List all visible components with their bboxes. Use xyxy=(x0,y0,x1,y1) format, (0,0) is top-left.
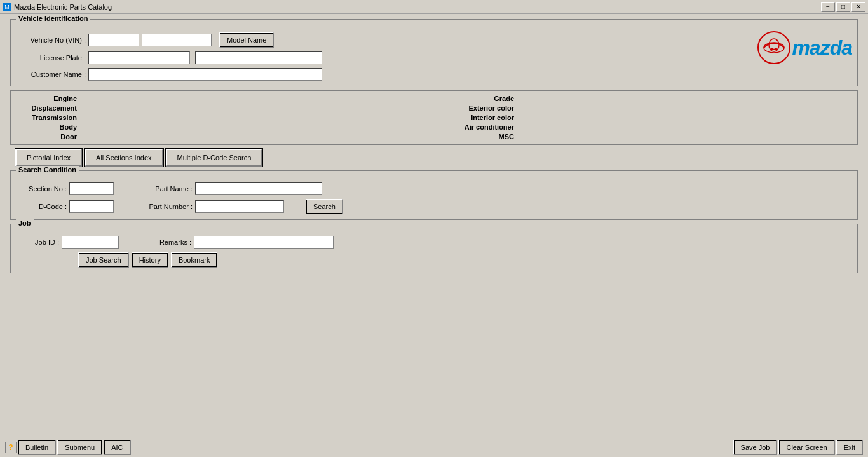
search-row-2: D-Code : Part Number : Search xyxy=(16,199,852,214)
customer-name-input[interactable] xyxy=(88,68,322,81)
bottom-bar: ? Bulletin Submenu AIC Save Job Clear Sc… xyxy=(0,437,868,457)
spec-interior-color: Interior color xyxy=(453,114,852,121)
index-buttons-row: Pictorial Index All Sections Index Multi… xyxy=(10,149,858,167)
clear-screen-button[interactable]: Clear Screen xyxy=(778,440,834,455)
vin-input-1[interactable] xyxy=(88,34,139,46)
spec-air-conditioner: Air conditioner xyxy=(453,123,852,131)
search-condition-group: Search Condition Section No : Part Name … xyxy=(10,170,858,220)
job-id-label: Job ID : xyxy=(16,238,59,246)
job-row-1: Job ID : Remarks : xyxy=(16,236,852,249)
job-group-title: Job xyxy=(16,219,34,227)
window-controls: − □ ✕ xyxy=(821,2,865,12)
job-group: Job Job ID : Remarks : Job Search Histor… xyxy=(10,224,858,273)
spec-grade-value xyxy=(517,95,852,102)
specs-section: Engine Displacement Transmission Body Do… xyxy=(10,90,858,145)
aic-button[interactable]: AIC xyxy=(104,440,130,455)
spec-body-label: Body xyxy=(16,123,79,131)
spec-door-value xyxy=(79,133,415,140)
spec-engine-value xyxy=(79,95,415,102)
spec-exterior-color-value xyxy=(517,104,852,112)
vin-label: Vehicle No (VIN) : xyxy=(16,36,86,44)
spec-engine-label: Engine xyxy=(16,95,79,102)
dcode-input[interactable] xyxy=(69,200,114,213)
spec-displacement: Displacement xyxy=(16,104,415,112)
part-number-input[interactable] xyxy=(195,200,284,213)
spec-displacement-value xyxy=(79,104,415,112)
specs-inner: Engine Displacement Transmission Body Do… xyxy=(16,95,852,140)
vin-row: Vehicle No (VIN) : Model Name xyxy=(16,32,751,48)
mazda-text: mazda xyxy=(792,36,852,60)
vin-inputs xyxy=(88,34,212,46)
section-no-label: Section No : xyxy=(16,185,67,193)
minimize-button[interactable]: − xyxy=(821,2,835,12)
spec-transmission-label: Transmission xyxy=(16,114,79,121)
specs-right: Grade Exterior color Interior color Air … xyxy=(415,95,852,140)
job-search-button[interactable]: Job Search xyxy=(78,252,129,268)
part-number-label: Part Number : xyxy=(135,203,193,210)
spec-engine: Engine xyxy=(16,95,415,102)
remarks-label: Remarks : xyxy=(140,238,191,246)
customer-name-row: Customer Name : xyxy=(16,68,751,81)
spec-door: Door xyxy=(16,133,415,140)
license-plate-input-2[interactable] xyxy=(195,51,322,64)
part-name-label: Part Name : xyxy=(135,185,193,193)
vin-input-2[interactable] xyxy=(142,34,212,46)
spec-exterior-color: Exterior color xyxy=(453,104,852,112)
app-icon: M xyxy=(3,3,11,11)
remarks-input[interactable] xyxy=(194,236,334,249)
spec-interior-color-value xyxy=(517,114,852,121)
job-id-input[interactable] xyxy=(62,236,119,249)
license-plate-input-1[interactable] xyxy=(88,51,190,64)
help-icon[interactable]: ? xyxy=(5,442,17,453)
spec-msc-value xyxy=(517,133,852,140)
spec-exterior-color-label: Exterior color xyxy=(453,104,517,112)
bookmark-button[interactable]: Bookmark xyxy=(171,252,218,268)
specs-left: Engine Displacement Transmission Body Do… xyxy=(16,95,415,140)
job-buttons-row: Job Search History Bookmark xyxy=(16,252,852,268)
spec-interior-color-label: Interior color xyxy=(453,114,517,121)
all-sections-index-button[interactable]: All Sections Index xyxy=(85,149,163,167)
spec-grade-label: Grade xyxy=(453,95,517,102)
history-button[interactable]: History xyxy=(132,252,168,268)
spec-msc: MSC xyxy=(453,133,852,140)
spec-air-conditioner-label: Air conditioner xyxy=(453,123,517,131)
vehicle-fields: Vehicle No (VIN) : Model Name License Pl… xyxy=(16,29,751,81)
section-no-input[interactable] xyxy=(69,182,114,195)
mazda-emblem-icon xyxy=(757,31,790,64)
mazda-logo: mazda xyxy=(757,31,852,64)
license-plate-row: License Plate : xyxy=(16,51,751,64)
spec-grade: Grade xyxy=(453,95,852,102)
save-job-button[interactable]: Save Job xyxy=(733,440,778,455)
spec-air-conditioner-value xyxy=(517,123,852,131)
spec-msc-label: MSC xyxy=(453,133,517,140)
spec-body: Body xyxy=(16,123,415,131)
submenu-button[interactable]: Submenu xyxy=(57,440,102,455)
pictorial-index-button[interactable]: Pictorial Index xyxy=(15,149,82,167)
title-bar-left: M Mazda Electronic Parts Catalog xyxy=(3,3,112,11)
multiple-dcode-search-button[interactable]: Multiple D-Code Search xyxy=(166,149,263,167)
vehicle-group-title: Vehicle Identification xyxy=(16,15,90,22)
spec-transmission: Transmission xyxy=(16,114,415,121)
search-group-title: Search Condition xyxy=(16,166,79,174)
app-title: Mazda Electronic Parts Catalog xyxy=(14,3,112,11)
svg-point-0 xyxy=(758,32,790,64)
search-row-1: Section No : Part Name : xyxy=(16,182,852,195)
spec-transmission-value xyxy=(79,114,415,121)
bulletin-button[interactable]: Bulletin xyxy=(18,440,56,455)
dcode-label: D-Code : xyxy=(16,203,67,210)
customer-name-label: Customer Name : xyxy=(16,71,86,78)
part-name-input[interactable] xyxy=(195,182,322,195)
spec-body-value xyxy=(79,123,415,131)
spec-displacement-label: Displacement xyxy=(16,104,79,112)
vehicle-id-section: Vehicle No (VIN) : Model Name License Pl… xyxy=(16,22,852,81)
model-name-button[interactable]: Model Name xyxy=(219,32,274,48)
vehicle-identification-group: Vehicle Identification Vehicle No (VIN) … xyxy=(10,19,858,86)
license-plate-label: License Plate : xyxy=(16,54,86,62)
spec-door-label: Door xyxy=(16,133,79,140)
main-content: Vehicle Identification Vehicle No (VIN) … xyxy=(0,14,868,437)
maximize-button[interactable]: □ xyxy=(836,2,850,12)
search-button[interactable]: Search xyxy=(306,199,343,214)
close-button[interactable]: ✕ xyxy=(851,2,865,12)
title-bar: M Mazda Electronic Parts Catalog − □ ✕ xyxy=(0,0,868,14)
exit-button[interactable]: Exit xyxy=(836,440,863,455)
